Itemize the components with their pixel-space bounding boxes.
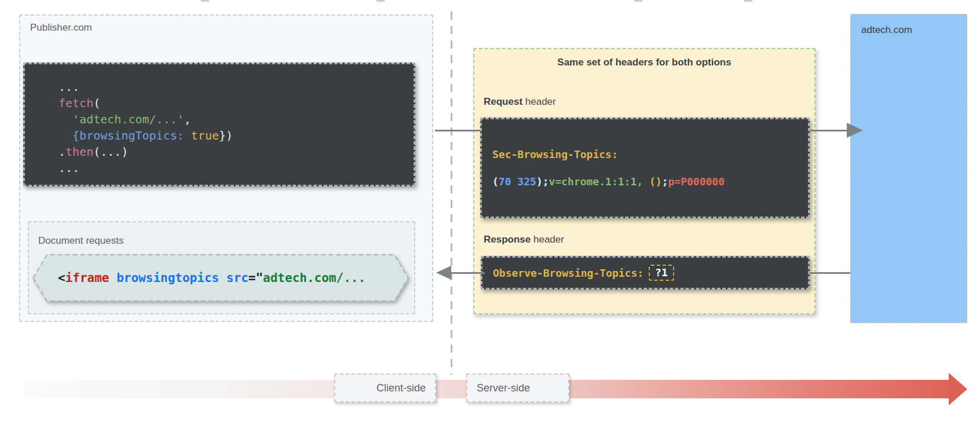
top-crop-mark [376,0,385,2]
adtech-label: adtech.com [861,24,912,36]
fetch-code-block: ...fetch( 'adtech.com/...', {browsingTop… [23,63,415,186]
iframe-code: <iframe browsingtopics src="adtech.com/.… [58,254,382,302]
server-side-box: Server-side [466,373,569,402]
request-line-left [435,130,480,131]
response-header-label-bold: Response [484,234,531,245]
client-side-label: Client-side [376,382,426,394]
request-arrowhead-icon [847,123,863,138]
response-header-label: Response header [484,234,564,246]
request-line-right [810,130,848,131]
request-header-label-rest: header [522,96,556,107]
request-header-label: Request header [484,96,556,108]
top-crop-mark [201,0,209,2]
headers-panel-title: Same set of headers for both options [473,57,816,68]
server-side-label: Server-side [477,382,530,394]
publisher-label: Publisher.com [30,22,92,34]
topics-api-diagram: Publisher.com ...fetch( 'adtech.com/...'… [0,0,980,425]
client-server-divider [451,12,452,375]
response-arrowhead-icon [436,266,451,280]
document-requests-label: Document requests [38,235,123,247]
response-line-right [810,272,850,274]
client-side-box: Client-side [334,373,436,402]
timeline-arrowhead-icon [949,373,967,405]
observe-value-chip: ?1 [649,265,674,281]
top-crop-mark [744,0,752,2]
response-line-left [450,272,485,274]
response-header-label-rest: header [531,234,564,245]
adtech-box [850,14,967,323]
request-header-block: Sec-Browsing-Topics:(70 325);v=chrome.1:… [480,118,810,218]
response-header-block: Observe-Browsing-Topics: ?1 [481,256,810,290]
response-header-code: Observe-Browsing-Topics: [493,267,643,279]
top-crop-mark [634,0,642,2]
request-header-label-bold: Request [484,96,522,107]
